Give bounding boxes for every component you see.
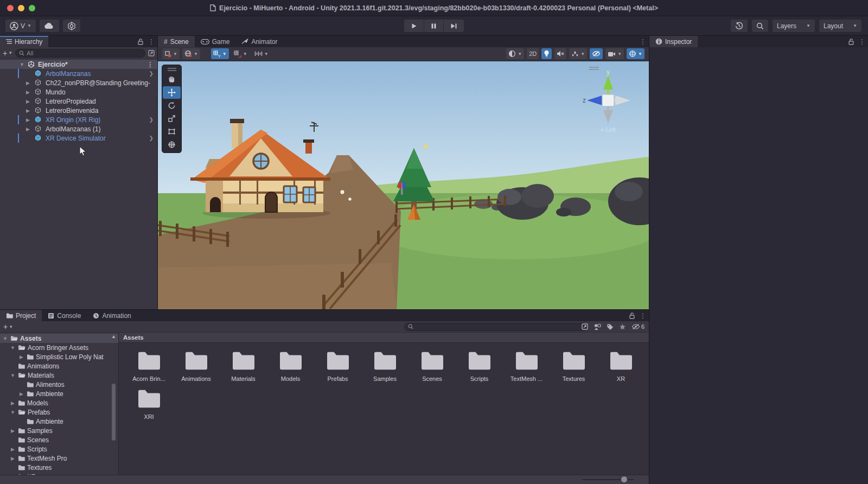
folder-item[interactable]: XRI — [125, 387, 173, 420]
tree-item[interactable]: ▶ Simplistic Low Poly Nat — [0, 352, 118, 361]
tab-animation[interactable]: Animation — [87, 310, 137, 321]
tree-item[interactable]: ▶ Models — [0, 398, 118, 407]
snap-increment-dropdown[interactable]: ▼ — [252, 48, 271, 59]
folder-item[interactable]: Scripts — [456, 349, 503, 382]
grid-snap-dropdown[interactable]: ▼ — [232, 48, 250, 59]
close-window-button[interactable] — [7, 5, 14, 11]
foldout-collapsed-icon[interactable]: ▶ — [26, 108, 30, 113]
foldout-collapsed-icon[interactable]: ▶ — [10, 456, 16, 461]
scrollbar-thumb[interactable] — [112, 384, 116, 441]
version-control-button[interactable] — [63, 20, 80, 32]
hierarchy-item[interactable]: ▶ Ch22_nonPBR@Standing Greeting- — [0, 78, 157, 87]
hierarchy-item[interactable]: ▶ XR Origin (XR Rig) ❯ — [0, 115, 157, 124]
tree-scrollbar[interactable]: ▲ — [111, 334, 117, 475]
view-pan-tool-button[interactable] — [163, 73, 181, 86]
foldout-collapsed-icon[interactable]: ▶ — [10, 400, 16, 406]
search-by-label-icon[interactable] — [607, 323, 614, 330]
tab-inspector[interactable]: Inspector — [649, 36, 698, 47]
favorites-star-icon[interactable] — [619, 323, 626, 330]
hierarchy-item[interactable]: ArbolManzanas ❯ — [0, 69, 157, 78]
lock-icon[interactable] — [848, 39, 854, 45]
tree-item[interactable]: Scenes — [0, 435, 118, 444]
toggle-2d-button[interactable]: 2D — [527, 48, 539, 59]
transform-tool-button[interactable] — [163, 138, 181, 151]
panel-menu-icon[interactable]: ⋮ — [640, 312, 646, 320]
foldout-collapsed-icon[interactable]: ▶ — [26, 90, 30, 95]
create-object-button[interactable]: +▼ — [3, 49, 12, 58]
foldout-collapsed-icon[interactable]: ▶ — [26, 126, 30, 132]
tree-item[interactable]: ▼ Assets — [0, 334, 118, 343]
panel-menu-icon[interactable]: ⋮ — [640, 38, 646, 46]
scene-lighting-toggle[interactable] — [541, 48, 552, 59]
foldout-collapsed-icon[interactable]: ▶ — [18, 354, 24, 360]
tree-item[interactable]: Textures — [0, 463, 118, 472]
layers-dropdown[interactable]: Layers▼ — [773, 20, 815, 32]
undo-history-button[interactable] — [731, 20, 748, 32]
foldout-expanded-icon[interactable]: ▼ — [10, 345, 16, 351]
tree-item[interactable]: ▼ Materials — [0, 371, 118, 380]
hierarchy-item[interactable]: ▶ ArbolManzanas (1) — [0, 124, 157, 133]
tree-item[interactable]: ▶ Scripts — [0, 444, 118, 454]
project-search-input[interactable] — [404, 323, 588, 331]
scene-menu-icon[interactable]: ⋮ — [147, 61, 154, 68]
lock-icon[interactable] — [629, 313, 635, 319]
hierarchy-item[interactable]: ▶ LetreroBienvenida — [0, 106, 157, 115]
foldout-collapsed-icon[interactable]: ▶ — [26, 117, 30, 123]
foldout-expanded-icon[interactable]: ▼ — [10, 373, 16, 378]
hierarchy-search-input[interactable]: All — [15, 49, 145, 58]
breadcrumb[interactable]: Assets — [119, 333, 649, 343]
scroll-up-icon[interactable]: ▲ — [111, 334, 117, 339]
slider-thumb[interactable] — [621, 476, 627, 482]
account-dropdown[interactable]: V ▼ — [5, 20, 36, 32]
foldout-collapsed-icon[interactable]: ▶ — [18, 391, 24, 397]
folder-item[interactable]: Animations — [173, 349, 220, 382]
pivot-rotation-dropdown[interactable]: ▼ — [182, 48, 200, 59]
hidden-objects-toggle[interactable] — [590, 48, 603, 59]
tab-scene[interactable]: # Scene — [158, 36, 195, 47]
hierarchy-item[interactable]: XR Device Simulator ❯ — [0, 133, 157, 143]
search-by-type-icon[interactable] — [593, 323, 601, 330]
orientation-gizmo[interactable]: y z < Left — [578, 67, 638, 133]
tab-animator[interactable]: Animator — [235, 36, 283, 47]
grid-visibility-dropdown[interactable]: Y ▼ — [211, 48, 229, 59]
prefab-open-chevron-icon[interactable]: ❯ — [149, 71, 154, 77]
shading-mode-dropdown[interactable]: ▼ — [506, 48, 524, 59]
tab-console[interactable]: Console — [42, 310, 87, 321]
panel-menu-icon[interactable]: ⋮ — [859, 38, 865, 46]
folder-item[interactable]: Materials — [220, 349, 267, 382]
play-button[interactable] — [404, 20, 424, 32]
hierarchy-item[interactable]: ▶ LetreroPropiedad — [0, 97, 157, 106]
scene-effects-dropdown[interactable]: ▼ — [569, 48, 587, 59]
create-asset-button[interactable]: +▼ — [3, 322, 13, 331]
prefab-open-chevron-icon[interactable]: ❯ — [149, 135, 154, 141]
layout-dropdown[interactable]: Layout▼ — [819, 20, 861, 32]
foldout-collapsed-icon[interactable]: ▶ — [10, 428, 16, 434]
overlay-drag-handle[interactable] — [168, 68, 176, 71]
tab-hierarchy[interactable]: Hierarchy — [0, 36, 48, 47]
tree-item[interactable]: ▼ Prefabs — [0, 407, 118, 417]
folder-item[interactable]: Scenes — [409, 349, 456, 382]
folder-item[interactable]: TextMesh ... — [503, 349, 550, 382]
tool-settings-dropdown[interactable]: ▼ — [162, 48, 180, 59]
tree-item[interactable]: ▶ Ambiente — [0, 389, 118, 398]
folder-item[interactable]: Textures — [550, 349, 597, 382]
prefab-open-chevron-icon[interactable]: ❯ — [149, 117, 154, 123]
tree-item[interactable]: ▼ Acorn Bringer Assets — [0, 343, 118, 352]
folder-item[interactable]: Models — [267, 349, 314, 382]
scale-tool-button[interactable] — [163, 112, 181, 125]
foldout-collapsed-icon[interactable]: ▶ — [10, 447, 16, 452]
open-in-window-icon[interactable] — [582, 323, 588, 330]
view-orientation-label[interactable]: < Left — [578, 126, 638, 133]
scene-viewport[interactable]: y z < Left — [158, 61, 649, 309]
scene-audio-toggle[interactable] — [554, 48, 566, 59]
gizmos-dropdown[interactable]: ▼ — [627, 48, 644, 59]
pause-button[interactable] — [424, 20, 444, 32]
hierarchy-scene-row[interactable]: ▼ Ejercicio* ⋮ — [0, 60, 157, 69]
hierarchy-item[interactable]: ▶ Mundo — [0, 87, 157, 97]
folder-item[interactable]: XR — [597, 349, 644, 382]
foldout-expanded-icon[interactable]: ▼ — [10, 410, 16, 415]
zoom-window-button[interactable] — [29, 5, 35, 11]
tree-item[interactable]: Alimentos — [0, 380, 118, 389]
tree-item[interactable]: Animations — [0, 361, 118, 371]
foldout-expanded-icon[interactable]: ▼ — [2, 336, 8, 341]
